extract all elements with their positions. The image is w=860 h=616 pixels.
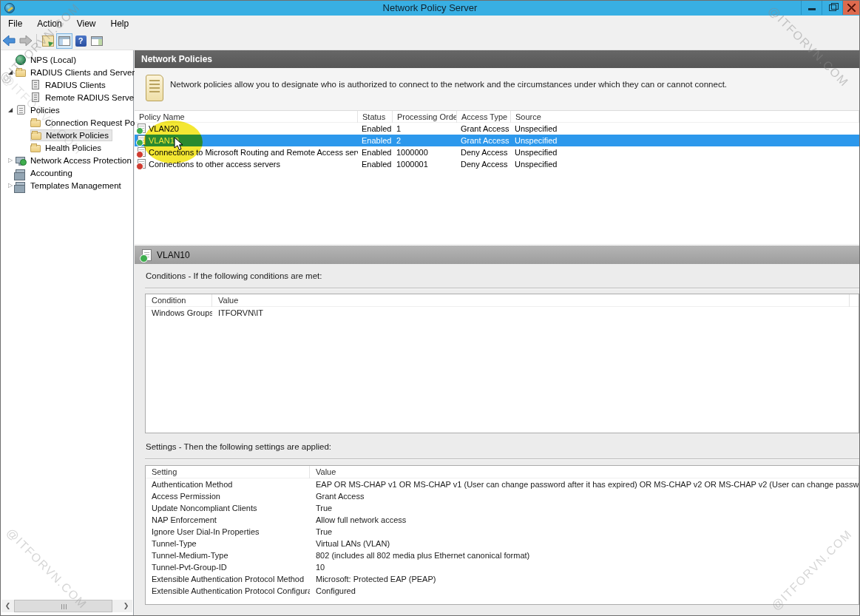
maximize-button[interactable] bbox=[822, 1, 842, 15]
condition-row-windows-groups[interactable]: Windows Groups ITFORVN\IT bbox=[146, 307, 859, 319]
policy-row-connections-other[interactable]: Connections to other access servers Enab… bbox=[135, 158, 859, 170]
column-spacer bbox=[850, 294, 859, 307]
setting-row[interactable]: Tunnel-Pvt-Group-ID 10 bbox=[146, 561, 859, 573]
tree-item-radius-clients[interactable]: RADIUS Clients bbox=[1, 78, 133, 91]
templates-icon bbox=[16, 182, 25, 189]
setting-row[interactable]: Extensible Authentication Protocol Metho… bbox=[146, 573, 859, 585]
folder-icon bbox=[30, 145, 41, 152]
tree-item-templates-management[interactable]: Templates Management bbox=[1, 179, 133, 192]
column-value[interactable]: Value bbox=[212, 294, 850, 307]
column-policy-name[interactable]: Policy Name bbox=[135, 111, 358, 123]
server-icon bbox=[32, 80, 39, 89]
back-arrow-icon bbox=[3, 35, 16, 47]
collapse-icon[interactable] bbox=[5, 69, 16, 75]
scroll-left-arrow[interactable]: ❮ bbox=[1, 600, 14, 612]
column-processing-order[interactable]: Processing Order bbox=[393, 111, 457, 123]
setting-row[interactable]: Update Noncompliant Clients True bbox=[146, 502, 859, 514]
policy-row-vlan10-selected[interactable]: VLAN10 Enabled 2 Grant Access Unspecifie… bbox=[135, 135, 859, 146]
scrollbar-track[interactable] bbox=[14, 600, 120, 612]
tree-item-radius-clients-and-servers[interactable]: RADIUS Clients and Servers bbox=[1, 66, 133, 78]
folder-icon bbox=[16, 70, 26, 77]
forward-arrow-icon bbox=[19, 35, 32, 47]
tree-item-network-policies[interactable]: Network Policies bbox=[1, 129, 133, 141]
menu-help[interactable]: Help bbox=[104, 16, 137, 32]
tree-item-connection-request-policies[interactable]: Connection Request Po bbox=[1, 116, 133, 129]
detail-pane: Conditions - If the following conditions… bbox=[135, 264, 859, 615]
policies-list-header: Policy Name Status Processing Order Acce… bbox=[135, 111, 859, 123]
column-setting[interactable]: Setting bbox=[146, 466, 310, 478]
column-status[interactable]: Status bbox=[358, 111, 393, 123]
scroll-icon bbox=[17, 105, 25, 115]
description-text: Network policies allow you to designate … bbox=[170, 80, 844, 89]
folder-icon bbox=[30, 120, 41, 127]
scrollbar-thumb[interactable] bbox=[14, 600, 112, 612]
console-tree-icon bbox=[58, 36, 70, 46]
console-tree: NPS (Local) RADIUS Clients and Servers R… bbox=[1, 53, 133, 192]
policy-scroll-icon bbox=[146, 75, 163, 101]
window-title: Network Policy Server bbox=[1, 1, 859, 16]
tree-item-policies[interactable]: Policies bbox=[1, 104, 133, 116]
menu-bar: File Action View Help bbox=[1, 16, 859, 32]
expand-icon[interactable] bbox=[5, 157, 16, 163]
tree-item-nps-local[interactable]: NPS (Local) bbox=[1, 53, 133, 66]
back-button[interactable] bbox=[1, 33, 17, 49]
help-icon bbox=[75, 35, 87, 47]
tree-item-network-access-protection[interactable]: Network Access Protection bbox=[1, 154, 133, 166]
tree-item-accounting[interactable]: Accounting bbox=[1, 166, 133, 179]
policy-deny-icon bbox=[138, 147, 146, 157]
close-button[interactable] bbox=[842, 1, 859, 15]
column-condition[interactable]: Condition bbox=[146, 294, 212, 307]
help-button[interactable] bbox=[72, 33, 89, 49]
setting-row[interactable]: Authentication Method EAP OR MS-CHAP v1 … bbox=[146, 478, 859, 490]
policy-grant-icon bbox=[138, 135, 146, 145]
server-icon bbox=[32, 92, 39, 102]
policy-grant-icon bbox=[138, 123, 146, 133]
setting-row[interactable]: Tunnel-Type Virtual LANs (VLAN) bbox=[146, 538, 859, 549]
minimize-button[interactable] bbox=[801, 1, 822, 15]
server-globe-icon bbox=[16, 55, 26, 65]
column-source[interactable]: Source bbox=[511, 111, 859, 123]
policy-grant-icon bbox=[142, 249, 152, 261]
toolbar bbox=[1, 32, 859, 50]
column-access-type[interactable]: Access Type bbox=[457, 111, 511, 123]
setting-row[interactable]: Tunnel-Medium-Type 802 (includes all 802… bbox=[146, 549, 859, 561]
settings-label: Settings - Then the following settings a… bbox=[146, 442, 331, 451]
conditions-label: Conditions - If the following conditions… bbox=[146, 271, 322, 280]
description-banner: Network policies allow you to designate … bbox=[135, 68, 859, 111]
scroll-right-arrow[interactable]: ❯ bbox=[120, 600, 132, 612]
tree-item-remote-radius-server[interactable]: Remote RADIUS Server bbox=[1, 91, 133, 104]
console-tree-pane: NPS (Local) RADIUS Clients and Servers R… bbox=[1, 50, 134, 615]
tree-item-health-policies[interactable]: Health Policies bbox=[1, 141, 133, 154]
column-value[interactable]: Value bbox=[310, 466, 859, 478]
nap-icon bbox=[16, 157, 25, 163]
divider bbox=[145, 458, 859, 460]
settings-table: Setting Value Authentication Method EAP … bbox=[145, 465, 859, 605]
policy-row-vlan20[interactable]: VLAN20 Enabled 1 Grant Access Unspecifie… bbox=[135, 123, 859, 135]
policies-list: Policy Name Status Processing Order Acce… bbox=[135, 111, 859, 244]
nps-window: Network Policy Server File Action View H… bbox=[0, 0, 860, 616]
export-list-button[interactable] bbox=[40, 33, 56, 49]
toolbar-separator bbox=[36, 34, 37, 47]
console-tree-toggle-button[interactable] bbox=[56, 33, 72, 49]
menu-action[interactable]: Action bbox=[30, 16, 69, 32]
policy-row-connections-ms-routing[interactable]: Connections to Microsoft Routing and Rem… bbox=[135, 146, 859, 158]
setting-row[interactable]: Access Permission Grant Access bbox=[146, 490, 859, 502]
setting-row[interactable]: Extensible Authentication Protocol Confi… bbox=[146, 585, 859, 597]
policy-deny-icon bbox=[138, 159, 146, 169]
menu-file[interactable]: File bbox=[1, 16, 30, 32]
forward-button[interactable] bbox=[17, 33, 33, 49]
accounting-icon bbox=[16, 169, 25, 176]
section-header: Network Policies bbox=[135, 50, 859, 68]
setting-row[interactable]: Ignore User Dial-In Properties True bbox=[146, 526, 859, 538]
conditions-table: Condition Value Windows Groups ITFORVN\I… bbox=[145, 294, 859, 433]
conditions-table-header: Condition Value bbox=[146, 294, 859, 307]
folder-icon bbox=[31, 132, 41, 140]
tree-horizontal-scrollbar[interactable]: ❮ ❯ bbox=[1, 600, 132, 612]
settings-table-header: Setting Value bbox=[146, 466, 859, 478]
collapse-icon[interactable] bbox=[5, 106, 16, 113]
menu-view[interactable]: View bbox=[70, 16, 104, 32]
detail-title: VLAN10 bbox=[157, 250, 190, 260]
divider bbox=[145, 288, 859, 289]
setting-row[interactable]: NAP Enforcement Allow full network acces… bbox=[146, 514, 859, 526]
action-pane-toggle-button[interactable] bbox=[89, 33, 105, 49]
